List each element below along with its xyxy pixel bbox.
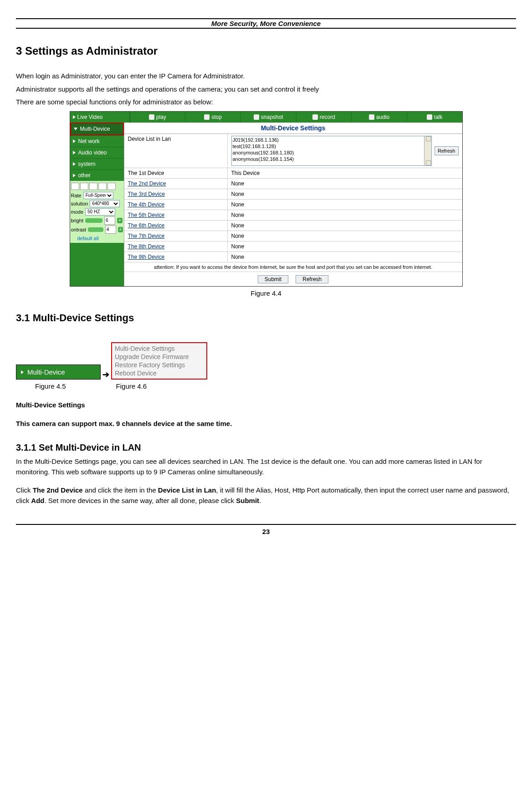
default-all-link[interactable]: default all	[77, 236, 123, 241]
mds-desc: This camera can support max. 9 channels …	[16, 420, 232, 427]
play-button[interactable]: play	[130, 112, 185, 123]
heading-3-1: 3.1 Multi-Device Settings	[16, 312, 516, 324]
chevron-right-icon	[73, 151, 76, 154]
talk-button[interactable]: talk	[407, 112, 462, 123]
figure-4-5-4-6: Multi-Device ➔ Multi-Device Settings Upg…	[16, 342, 516, 380]
heading-3-1-1: 3.1.1 Set Multi-Device in LAN	[16, 442, 516, 453]
figure-4-5-caption: Figure 4.5	[35, 382, 66, 390]
device-7-value: None	[228, 231, 462, 241]
submenu-upgrade[interactable]: Upgrade Device Firmware	[115, 353, 204, 361]
bright-label: bright	[71, 218, 84, 223]
submit-button[interactable]: Submit	[258, 275, 288, 283]
panel-title: Multi-Device Settings	[124, 123, 462, 134]
page-header: More Security, More Convenience	[16, 18, 516, 29]
attention-text: attention: If you want to access the dev…	[124, 262, 462, 272]
camera-icon	[254, 114, 259, 120]
live-video-tab[interactable]: Live Video	[70, 112, 130, 123]
device-2-label[interactable]: The 2nd Device	[124, 179, 228, 189]
sidebar-item-multi-device[interactable]: Multi-Device	[70, 123, 124, 135]
device-3-value: None	[228, 189, 462, 199]
contrast-plus[interactable]: +	[118, 227, 123, 232]
submenu-restore[interactable]: Restore Factory Settings	[115, 361, 204, 369]
device-5-label[interactable]: The 5th Device	[124, 210, 228, 220]
mode-label: mode	[71, 209, 84, 215]
device-6-value: None	[228, 221, 462, 231]
para-intro-2: Administrator supports all the settings …	[16, 84, 516, 95]
device-4-label[interactable]: The 4th Device	[124, 200, 228, 210]
para-intro-1: When login as Administrator, you can ent…	[16, 71, 516, 82]
device-7-label[interactable]: The 7th Device	[124, 231, 228, 241]
mic-icon	[427, 114, 432, 120]
submenu-box: Multi-Device Settings Upgrade Device Fir…	[111, 342, 207, 380]
chevron-right-icon	[21, 370, 24, 374]
device-5-value: None	[228, 210, 462, 220]
chevron-right-icon	[73, 139, 76, 143]
bright-minus[interactable]	[85, 218, 102, 223]
refresh-lan-button[interactable]: Refresh	[435, 146, 459, 155]
sidebar-footer-controls: RateFull-Speed solution640*480 mode50 HZ…	[70, 181, 124, 243]
arrow-right-icon: ➔	[102, 370, 109, 380]
figure-4-6-caption: Figure 4.6	[116, 382, 147, 390]
para-311a: In the Multi-Device Settings page, you c…	[16, 457, 516, 477]
layout-5[interactable]	[107, 183, 116, 190]
bright-plus[interactable]: +	[117, 218, 123, 223]
stop-button[interactable]: stop	[185, 112, 240, 123]
scrollbar[interactable]	[424, 136, 431, 165]
para-311b: Click The 2nd Device and click the item …	[16, 485, 516, 506]
heading-3: 3 Settings as Administrator	[16, 45, 516, 57]
layout-3[interactable]	[89, 183, 97, 190]
submenu-reboot[interactable]: Reboot Device	[115, 369, 204, 377]
layout-4[interactable]	[98, 183, 107, 190]
record-icon	[312, 114, 318, 120]
submenu-multidevice[interactable]: Multi-Device Settings	[115, 344, 204, 353]
chevron-right-icon	[73, 174, 76, 177]
contrast-label: ontrast	[71, 227, 87, 232]
content-pane: Multi-Device Settings Device List in Lan…	[124, 123, 462, 286]
topbar: Live Video play stop snapshot record aud…	[70, 112, 462, 123]
play-icon	[73, 115, 76, 119]
screenshot-4-4: Live Video play stop snapshot record aud…	[70, 111, 463, 287]
device-4-value: None	[228, 200, 462, 210]
layout-1[interactable]	[71, 183, 79, 190]
record-button[interactable]: record	[296, 112, 352, 123]
rate-label: Rate	[71, 193, 82, 198]
device-6-label[interactable]: The 6th Device	[124, 221, 228, 231]
device-8-value: None	[228, 241, 462, 252]
para-intro-3: There are some special functions only fo…	[16, 97, 516, 108]
device-9-label[interactable]: The 9th Device	[124, 252, 228, 262]
bright-value[interactable]	[104, 216, 115, 225]
sidebar: Multi-Device Net work Audio video system…	[70, 123, 124, 286]
mode-select[interactable]: 50 HZ	[85, 208, 115, 216]
page-number: 23	[16, 524, 516, 535]
sidebar-item-audio-video[interactable]: Audio video	[70, 147, 124, 158]
sidebar-item-network[interactable]: Net work	[70, 135, 124, 147]
multi-device-tab[interactable]: Multi-Device	[16, 365, 101, 380]
mds-heading: Multi-Device Settings	[16, 401, 85, 409]
chevron-down-icon	[74, 128, 77, 130]
figure-4-4-caption: Figure 4.4	[16, 288, 516, 299]
layout-buttons	[71, 183, 123, 190]
snapshot-button[interactable]: snapshot	[240, 112, 296, 123]
contrast-minus[interactable]	[88, 227, 103, 232]
rate-select[interactable]: Full-Speed	[83, 192, 113, 199]
device-1-label: The 1st Device	[124, 168, 228, 178]
device-list-box[interactable]: J019(192.168.1.136) test(192.168.1.128) …	[231, 136, 432, 166]
sidebar-item-other[interactable]: other	[70, 169, 124, 181]
refresh-button[interactable]: Refresh	[296, 275, 328, 283]
play-glyph-icon	[149, 114, 154, 120]
audio-button[interactable]: audio	[351, 112, 407, 123]
device-3-label[interactable]: The 3rd Device	[124, 189, 228, 199]
device-8-label[interactable]: The 8th Device	[124, 241, 228, 252]
sidebar-item-system[interactable]: system	[70, 158, 124, 169]
device-1-value: This Device	[228, 168, 462, 178]
chevron-right-icon	[73, 162, 76, 166]
speaker-icon	[369, 114, 374, 120]
stop-glyph-icon	[204, 114, 210, 120]
contrast-value[interactable]	[105, 226, 116, 234]
device-2-value: None	[228, 179, 462, 189]
resolution-select[interactable]: 640*480	[90, 200, 120, 207]
device-9-value: None	[228, 252, 462, 262]
resolution-label: solution	[71, 201, 88, 206]
layout-2[interactable]	[80, 183, 88, 190]
device-list-lan-label: Device List in Lan	[124, 134, 228, 168]
